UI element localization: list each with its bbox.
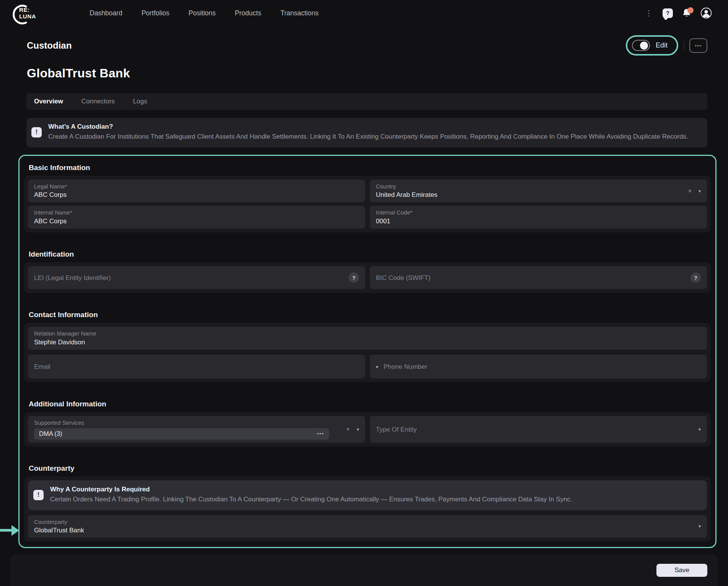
section-heading-basic: Basic Information xyxy=(29,164,711,172)
country-field[interactable]: Country United Arab Emirates × ▾ xyxy=(370,180,707,203)
legal-name-field[interactable]: Legal Name* ABC Corps xyxy=(28,180,365,203)
email-field[interactable]: Email xyxy=(28,355,365,378)
internal-name-value: ABC Corps xyxy=(34,217,359,226)
counterparty-info-text: Why A Counterparty Is Required Certain O… xyxy=(50,486,572,504)
chevron-down-icon[interactable]: ▾ xyxy=(376,365,378,369)
save-button[interactable]: Save xyxy=(656,564,707,577)
notifications-button[interactable] xyxy=(681,8,692,18)
internal-code-label: Internal Code* xyxy=(376,209,701,216)
relation-manager-label: Relation Manager Name xyxy=(34,330,701,337)
internal-code-value: 0001 xyxy=(376,217,701,226)
tab-overview[interactable]: Overview xyxy=(34,98,63,105)
logo-line-2: LUNA xyxy=(19,13,36,20)
contact-information-rows: Relation Manager Name Stephie Davidson E… xyxy=(24,323,711,382)
section-heading-additional: Additional Information xyxy=(29,400,711,408)
nav-item-dashboard[interactable]: Dashboard xyxy=(90,9,122,17)
internal-name-label: Internal Name* xyxy=(34,209,359,216)
logo-line-1: RE: xyxy=(19,7,36,13)
relation-manager-value: Stephie Davidson xyxy=(34,338,701,347)
info-banner-body: Create A Custodian For Institutions That… xyxy=(48,132,688,142)
custodian-info-banner: ! What’s A Custodian? Create A Custodian… xyxy=(26,118,707,147)
alert-icon: ! xyxy=(33,490,44,500)
nav-item-products[interactable]: Products xyxy=(235,9,261,17)
legal-name-label: Legal Name* xyxy=(34,183,359,190)
edit-toggle[interactable]: Edit xyxy=(626,35,678,56)
phone-field[interactable]: ▾ Phone Number xyxy=(370,355,707,378)
annotation-arrow xyxy=(0,525,19,536)
clear-icon[interactable]: × xyxy=(688,188,692,194)
chevron-down-icon[interactable]: ▾ xyxy=(357,427,359,432)
basic-information-rows: Legal Name* ABC Corps Country United Ara… xyxy=(24,176,711,233)
kebab-menu-icon[interactable]: ⋮ xyxy=(643,8,654,18)
toggle-knob xyxy=(640,41,648,49)
bic-placeholder: BIC Code (SWIFT) xyxy=(376,274,701,282)
section-heading-contact: Contact Information xyxy=(29,311,711,319)
tab-bar: Overview Connectors Logs xyxy=(26,93,707,110)
nav-item-positions[interactable]: Positions xyxy=(189,9,216,17)
email-placeholder: Email xyxy=(34,363,359,371)
counterparty-banner-title: Why A Counterparty Is Required xyxy=(50,486,572,493)
type-of-entity-field[interactable]: Type Of Entity ▾ xyxy=(370,416,707,443)
supported-services-chip[interactable]: DMA (3) ••• xyxy=(34,428,329,440)
counterparty-field[interactable]: Counterparty GlobalTrust Bank ▾ xyxy=(28,515,707,538)
supported-services-label: Supported Services xyxy=(34,419,359,427)
internal-code-field[interactable]: Internal Code* 0001 xyxy=(370,206,707,229)
custodian-form-section: Basic Information Legal Name* ABC Corps … xyxy=(18,155,717,548)
edit-toggle-switch[interactable] xyxy=(632,40,650,51)
page-title: GlobalTrust Bank xyxy=(27,66,728,80)
nav-item-transactions[interactable]: Transactions xyxy=(281,9,319,17)
help-circle-icon[interactable]: ? xyxy=(349,273,359,283)
phone-placeholder: Phone Number xyxy=(384,363,427,371)
main-nav: Dashboard Portfolios Positions Products … xyxy=(90,9,318,17)
header-actions: ⋮ ? xyxy=(643,7,712,19)
logo-wordmark: RE: LUNA xyxy=(19,7,36,20)
divider xyxy=(684,41,684,50)
relation-manager-field[interactable]: Relation Manager Name Stephie Davidson xyxy=(28,327,707,350)
avatar-button[interactable] xyxy=(700,7,712,19)
help-circle-icon[interactable]: ? xyxy=(690,273,701,283)
footer-bar: Save xyxy=(10,554,718,586)
lei-placeholder: LEI (Legal Entity Identifier) xyxy=(34,274,359,282)
clear-icon[interactable]: × xyxy=(346,426,350,432)
tab-connectors[interactable]: Connectors xyxy=(82,98,115,105)
type-of-entity-placeholder: Type Of Entity xyxy=(376,426,701,434)
bic-field[interactable]: BIC Code (SWIFT) ? xyxy=(370,266,707,289)
notification-badge xyxy=(687,7,694,13)
legal-name-value: ABC Corps xyxy=(34,191,359,199)
page-eyebrow: Custodian xyxy=(27,40,72,51)
tab-logs[interactable]: Logs xyxy=(133,98,147,105)
help-icon[interactable]: ? xyxy=(663,8,673,18)
lei-field[interactable]: LEI (Legal Entity Identifier) ? xyxy=(28,266,365,289)
section-heading-counterparty: Counterparty xyxy=(29,464,711,473)
country-value: United Arab Emirates xyxy=(376,191,701,199)
info-banner-title: What’s A Custodian? xyxy=(48,123,688,131)
chevron-down-icon[interactable]: ▾ xyxy=(699,427,701,432)
supported-services-value: DMA (3) xyxy=(39,430,62,437)
more-options-button[interactable]: ••• xyxy=(689,38,707,53)
app-bar: RE: LUNA Dashboard Portfolios Positions … xyxy=(0,0,728,26)
identification-rows: LEI (Legal Entity Identifier) ? BIC Code… xyxy=(24,262,711,293)
custodian-info-text: What’s A Custodian? Create A Custodian F… xyxy=(48,123,688,142)
edit-toggle-label: Edit xyxy=(656,41,668,49)
counterparty-value: GlobalTrust Bank xyxy=(34,526,701,535)
nav-item-portfolios[interactable]: Portfolios xyxy=(142,9,170,17)
counterparty-banner-body: Certain Orders Need A Trading Profile. L… xyxy=(50,495,572,504)
internal-name-field[interactable]: Internal Name* ABC Corps xyxy=(28,206,365,229)
chevron-down-icon[interactable]: ▾ xyxy=(699,524,701,529)
country-label: Country xyxy=(376,183,701,190)
page-title-row: Custodian Edit ••• xyxy=(27,35,707,56)
brand-logo: RE: LUNA xyxy=(11,4,41,25)
chip-more-icon[interactable]: ••• xyxy=(317,431,324,437)
counterparty-info-banner: ! Why A Counterparty Is Required Certain… xyxy=(28,480,707,510)
counterparty-rows: ! Why A Counterparty Is Required Certain… xyxy=(24,476,711,542)
section-heading-identification: Identification xyxy=(29,250,711,259)
supported-services-field[interactable]: Supported Services DMA (3) ••• × ▾ xyxy=(28,416,365,443)
avatar-icon xyxy=(700,7,712,19)
chevron-down-icon[interactable]: ▾ xyxy=(699,189,701,193)
additional-information-rows: Supported Services DMA (3) ••• × ▾ Type … xyxy=(24,412,711,447)
alert-icon: ! xyxy=(31,127,42,137)
counterparty-label: Counterparty xyxy=(34,519,701,526)
edit-controls: Edit ••• xyxy=(626,35,707,56)
